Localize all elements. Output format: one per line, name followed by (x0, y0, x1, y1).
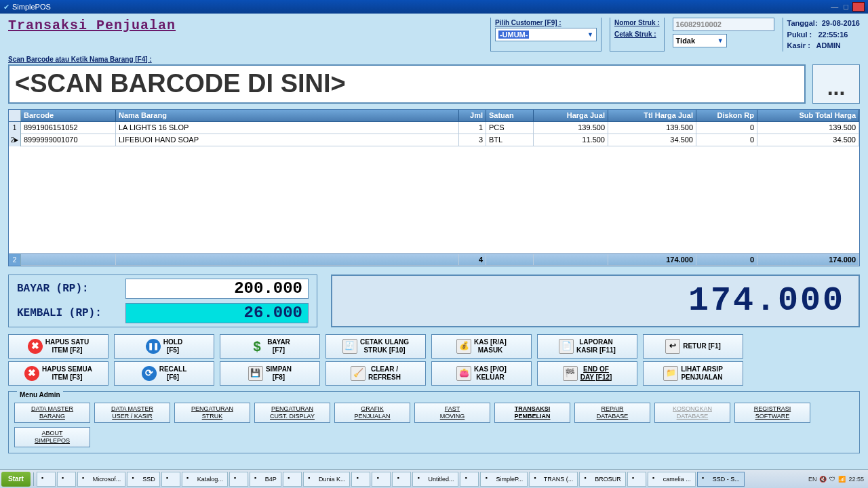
taskbar-item[interactable]: ▪B4P (250, 472, 281, 487)
nomor-struk-label: Nomor Struk : (614, 19, 660, 26)
admin-button[interactable]: GRAFIKPENJUALAN (334, 403, 410, 423)
scan-label: Scan Barcode atau Ketik Nama Barang [F4]… (8, 56, 860, 63)
taskbar-item[interactable]: ▪ (460, 472, 479, 487)
cash-in-icon: 💰 (456, 339, 471, 354)
admin-button[interactable]: TRANSAKSIPEMBELIAN (494, 403, 570, 423)
eod-button[interactable]: 🏁END OFDAY [F12] (537, 361, 637, 386)
admin-menu: Menu Admin DATA MASTERBARANGDATA MASTERU… (8, 391, 860, 453)
items-table: Barcode Nama Barang Jml Satuan Harga Jua… (8, 109, 860, 266)
cetak-struk-label: Cetak Struk : (614, 30, 660, 38)
admin-button[interactable]: PENGATURANSTRUK (174, 403, 250, 423)
maximize-button[interactable]: □ (844, 3, 848, 11)
taskbar-item[interactable]: ▪ (229, 472, 248, 487)
system-tray[interactable]: EN 🔇🛡📶 22:55 (808, 476, 867, 483)
archive-icon: 📁 (663, 366, 678, 381)
nomor-struk-field[interactable]: 16082910002 (673, 18, 774, 31)
hapus-satu-button[interactable]: ✖HAPUS SATUITEM [F2] (8, 334, 108, 359)
chevron-down-icon: ▼ (587, 31, 593, 38)
window-title: SimplePOS (12, 3, 51, 11)
cetak-ulang-button[interactable]: 🧾CETAK ULANGSTRUK [F10] (326, 334, 426, 359)
simpan-button[interactable]: 💾SIMPAN[F8] (220, 361, 320, 386)
taskbar-item[interactable]: ▪SSD (127, 472, 160, 487)
close-button[interactable] (852, 2, 865, 12)
taskbar-item[interactable]: ▪ (627, 472, 646, 487)
taskbar-item[interactable]: ▪SSD - S... (697, 472, 745, 487)
hapus-semua-button[interactable]: ✖HAPUS SEMUAITEM [F3] (8, 361, 108, 386)
cash-out-icon: 👛 (456, 366, 471, 381)
taskbar-item[interactable]: ▪TRANS (... (529, 472, 578, 487)
admin-button[interactable]: PENGATURANCUST. DISPLAY (254, 403, 330, 423)
taskbar-item[interactable]: ▪ (37, 472, 56, 487)
session-info: Tanggal: 29-08-2016 Pukul : 22:55:16 Kas… (783, 18, 860, 52)
admin-legend: Menu Admin (17, 391, 63, 399)
recall-button[interactable]: ⟳RECALL[F6] (114, 361, 214, 386)
pause-icon: ❚❚ (146, 339, 161, 354)
start-button[interactable]: Start (1, 472, 31, 487)
admin-button[interactable]: DATA MASTERUSER / KASIR (94, 403, 170, 423)
table-row[interactable]: 2▶ 8999999001070 LIFEBUOI HAND SOAP 3 BT… (9, 134, 859, 146)
report-icon: 📄 (559, 339, 574, 354)
taskbar-item[interactable]: ▪ (161, 472, 180, 487)
taskbar-item[interactable]: ▪ (392, 472, 411, 487)
table-row[interactable]: 1 8991906151052 LA LIGHTS 16 SLOP 1 PCS … (9, 122, 859, 134)
taskbar-item[interactable]: ▪BROSUR (579, 472, 626, 487)
struk-box: Nomor Struk : Cetak Struk : (610, 18, 665, 52)
payment-box: BAYAR (RP): 200.000 KEMBALI (RP): 26.000 (8, 274, 317, 327)
taskbar-item[interactable]: ▪ (372, 472, 391, 487)
kas-keluar-button[interactable]: 👛KAS [P/O]KELUAR (431, 361, 532, 386)
customer-label: Pilih Customer [F9] : (495, 19, 597, 26)
retur-button[interactable]: ↩RETUR [F1] (643, 334, 743, 359)
bayar-button[interactable]: $BAYAR[F7] (220, 334, 320, 359)
bayar-input[interactable]: 200.000 (125, 279, 309, 299)
clear-button[interactable]: 🧹CLEAR /REFRESH (326, 361, 426, 386)
taskbar-item[interactable]: ▪SimpleP... (480, 472, 528, 487)
minimize-button[interactable]: — (831, 3, 838, 11)
eod-icon: 🏁 (563, 366, 578, 381)
taskbar-item[interactable]: ▪Dunia K... (303, 472, 351, 487)
taskbar: Start ▪▪▪Microsof...▪SSD▪▪Katalog...▪▪B4… (0, 469, 868, 488)
receipt-icon: 🧾 (342, 339, 357, 354)
customer-select[interactable]: -UMUM- ▼ (495, 28, 597, 41)
admin-button[interactable]: REGISTRASISOFTWARE (734, 403, 810, 423)
customer-box: Pilih Customer [F9] : -UMUM- ▼ (490, 18, 601, 52)
admin-button[interactable]: REPAIRDATABASE (574, 403, 650, 423)
return-icon: ↩ (665, 339, 680, 354)
laporan-button[interactable]: 📄LAPORANKASIR [F11] (537, 334, 637, 359)
admin-button[interactable]: FASTMOVING (414, 403, 490, 423)
admin-button[interactable]: ABOUTSIMPLEPOS (14, 427, 90, 447)
delete-all-icon: ✖ (24, 366, 39, 381)
browse-item-button[interactable]: ... (812, 64, 860, 104)
bayar-label: BAYAR (RP): (17, 283, 125, 295)
taskbar-item[interactable]: ▪camelia ... (648, 472, 696, 487)
taskbar-item[interactable]: ▪Katalog... (182, 472, 228, 487)
cetak-struk-select[interactable]: Tidak ▼ (673, 34, 727, 47)
admin-button: KOSONGKANDATABASE (654, 403, 730, 423)
chevron-down-icon: ▼ (717, 37, 724, 44)
clock: 22:55 (848, 476, 864, 483)
total-display: 174.000 (331, 274, 860, 327)
window-titlebar: ✔ SimplePOS — □ (0, 0, 868, 14)
arsip-button[interactable]: 📁LIHAT ARSIPPENJUALAN (643, 361, 743, 386)
recall-icon: ⟳ (142, 366, 157, 381)
hold-button[interactable]: ❚❚HOLD[F5] (114, 334, 214, 359)
dollar-icon: $ (250, 339, 264, 354)
clear-icon: 🧹 (351, 366, 366, 381)
app-icon: ✔ (3, 3, 9, 12)
taskbar-item[interactable]: ▪Microsof... (77, 472, 126, 487)
kas-masuk-button[interactable]: 💰KAS [R/A]MASUK (431, 334, 532, 359)
admin-button[interactable]: DATA MASTERBARANG (14, 403, 90, 423)
barcode-input[interactable]: <SCAN BARCODE DI SINI> (8, 64, 806, 104)
kembali-value: 26.000 (125, 303, 309, 323)
save-icon: 💾 (248, 366, 263, 381)
taskbar-item[interactable]: ▪ (57, 472, 76, 487)
taskbar-item[interactable]: ▪Untitled... (412, 472, 458, 487)
page-title: Transaksi Penjualan (8, 18, 176, 33)
taskbar-item[interactable]: ▪ (351, 472, 370, 487)
delete-icon: ✖ (28, 339, 43, 354)
taskbar-item[interactable]: ▪ (283, 472, 302, 487)
kembali-label: KEMBALI (RP): (17, 307, 125, 319)
